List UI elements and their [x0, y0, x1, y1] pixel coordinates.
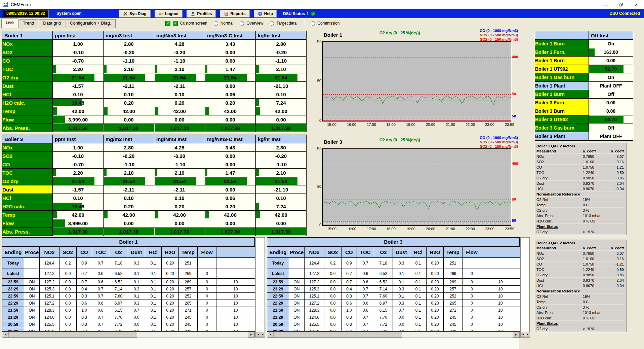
value-cell: 0.10	[104, 194, 154, 202]
qal-factor-row: TOC1.22400.59	[535, 267, 625, 272]
tools-button[interactable]: Sys Diag	[119, 10, 151, 18]
radio-commission[interactable]	[311, 21, 315, 26]
key-button[interactable]: Logout	[155, 10, 183, 18]
cell-value: 0.20	[225, 100, 235, 106]
column-header: Dust	[393, 247, 410, 258]
value-cell: 1,017.30	[154, 124, 205, 132]
radio-target-data[interactable]	[270, 21, 274, 26]
scrollbar-thumb[interactable]	[274, 332, 402, 338]
scroll-left-icon[interactable]: ◄	[267, 332, 274, 338]
horizontal-scrollbar[interactable]: ◄►	[267, 331, 520, 338]
chart-title: Boiler 3	[324, 139, 342, 145]
cell-value: 0.20	[174, 204, 184, 209]
report-icon	[224, 11, 229, 16]
scrollbar-thumb[interactable]	[9, 332, 137, 338]
cell-value: 0.10	[174, 195, 184, 201]
measurand-row: SO2-0.10-0.20-0.200.00-0.20	[2, 48, 307, 57]
cell-value: 0.00	[174, 220, 184, 226]
value-cell: 42.00	[256, 107, 307, 115]
cell-value: 0.0	[59, 328, 77, 332]
value-cell: 21.54	[104, 73, 154, 82]
value-cell: 1.47	[205, 65, 256, 73]
row-label: Today	[2, 258, 24, 269]
cell-value: 0	[462, 307, 481, 314]
cell-value: 42.00	[72, 212, 84, 218]
measurand-row: H2O calc.19.480.200.200.207.24	[2, 99, 307, 107]
row-label: Temp	[2, 107, 53, 115]
tab-data-grid[interactable]: Data grid	[39, 19, 65, 28]
cell-value: 21.54	[224, 75, 237, 80]
cell-value: 0.1	[410, 258, 427, 269]
horizontal-scrollbar[interactable]: ◄►	[2, 331, 255, 338]
column-header: H2O	[162, 247, 179, 258]
x-axis-label: 19:00	[406, 227, 415, 231]
cell-value: -0.10	[72, 49, 84, 55]
value-cell: Plant OFF	[589, 82, 633, 90]
cell-value: 0	[198, 286, 216, 293]
cell-value: 0.00	[225, 162, 235, 167]
value-cell: 42.00	[154, 107, 205, 115]
person-button[interactable]: Profiles	[187, 10, 216, 18]
cell-value: 7.42	[109, 328, 128, 332]
mini-scrollbar[interactable]: ◄►	[256, 332, 265, 337]
qal-factor-row: SO21.01600.16	[535, 256, 625, 261]
column-header: CO	[77, 247, 92, 258]
cell-value: 42.00	[173, 212, 186, 218]
radio-overview[interactable]	[240, 21, 244, 26]
column-header: ppm Inst	[53, 135, 104, 143]
radio-normal[interactable]	[214, 21, 218, 26]
scrollbar-track[interactable]	[9, 332, 248, 338]
cell-value: 4.28	[174, 41, 184, 47]
value-cell: 52.70	[589, 65, 633, 73]
datetime-display: 08/05/2019, 12:00:32	[3, 10, 49, 18]
value-cell: 0.00	[104, 115, 154, 124]
cell-value: -1.10	[123, 58, 134, 64]
scroll-left-icon[interactable]: ◄	[2, 332, 9, 338]
qal-factor-row: O2 dry0.98500.85	[535, 272, 625, 278]
scroll-left-icon[interactable]: ◄	[521, 332, 525, 337]
scroll-right-icon[interactable]: ►	[513, 332, 519, 338]
cell-value: 265	[444, 300, 462, 307]
scroll-left-icon[interactable]: ◄	[256, 332, 260, 337]
minimize-icon[interactable]: —	[598, 0, 613, 9]
column-header: Dust	[128, 247, 145, 258]
cell-value: 2.20	[73, 170, 83, 176]
measurand-row: NOx1.002.804.283.432.80	[2, 40, 307, 48]
column-header: Proce	[289, 247, 305, 258]
history-row: 20:59ON125.50.00.30.77.720.00.10.2024501…	[267, 321, 520, 328]
tab-configuration-diag[interactable]: Configuration + Diag.	[66, 19, 116, 28]
cell-value: 1,017.30	[68, 229, 88, 235]
custom-screen-checkbox[interactable]: ✓	[173, 21, 178, 26]
value-cell: -1.10	[256, 57, 307, 65]
dsu-status: DSU Status 1 ✓	[283, 11, 316, 16]
scroll-right-icon[interactable]: ►	[260, 332, 265, 337]
scrollbar-track[interactable]	[274, 332, 513, 338]
cell-value: 0.20	[427, 307, 444, 314]
close-icon[interactable]: ×	[629, 0, 644, 9]
qal-title: Boiler 3 QAL 2 factors	[535, 240, 626, 245]
cell-value: 2.10	[124, 66, 133, 72]
scroll-right-icon[interactable]: ►	[248, 332, 254, 338]
value-cell: 1,017.30	[104, 124, 154, 132]
value-cell: 3,999.00	[53, 115, 104, 124]
cell-value: 0.3	[128, 286, 145, 293]
value-cell: 0.00	[589, 99, 633, 107]
cell-value: 0.7	[357, 328, 374, 332]
tab-live[interactable]: Live	[1, 19, 18, 28]
help-button[interactable]: ?Help	[254, 10, 277, 18]
qal-ref-row: H2O calc.0 % O2	[535, 218, 625, 224]
column-header: mg/Nm3 Inst	[154, 31, 205, 40]
cell-value: 0.1	[145, 293, 162, 300]
value-cell: 0.00	[256, 219, 307, 228]
qal-factor-row: CO1.0750-1.21	[535, 261, 625, 267]
report-button[interactable]: Reports	[220, 10, 249, 18]
scroll-right-icon[interactable]: ►	[525, 332, 530, 337]
tab-trend[interactable]: Trend	[18, 19, 38, 28]
mini-scrollbar[interactable]: ◄►	[521, 332, 530, 337]
cell-value: 257	[444, 286, 462, 293]
y-axis-label: 50	[316, 79, 321, 83]
cell-value: 0.0	[59, 307, 77, 314]
restore-icon[interactable]	[613, 0, 629, 9]
qal-section-row: Plant Status	[535, 224, 625, 229]
cell-value: 0.00	[124, 220, 133, 226]
